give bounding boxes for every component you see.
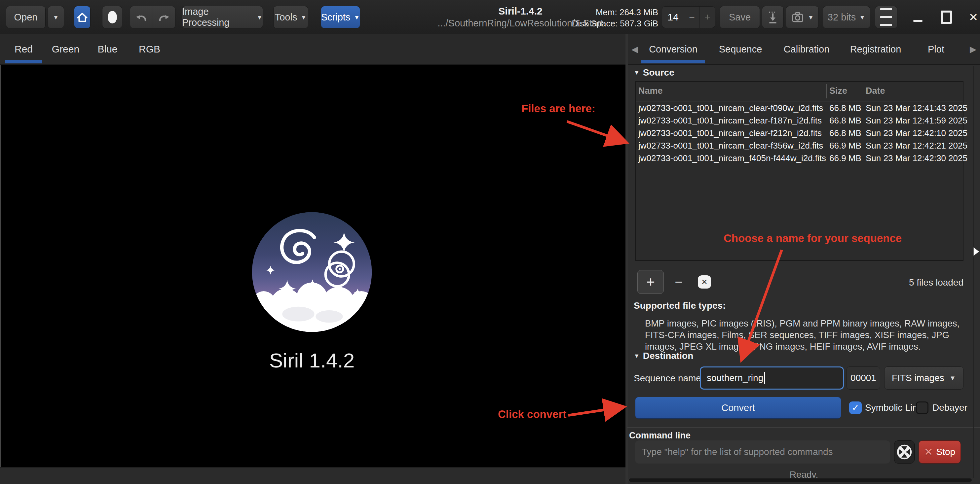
minus-icon: − — [675, 275, 682, 290]
redo-button[interactable] — [153, 6, 175, 28]
canvas-scrollbar[interactable] — [0, 65, 1, 467]
home-button[interactable] — [74, 6, 91, 29]
paned-resize-handle[interactable] — [625, 34, 628, 484]
plus-icon: + — [646, 274, 655, 290]
stop-button[interactable]: ✕ Stop — [918, 440, 961, 463]
column-header-size[interactable]: Size — [829, 82, 862, 100]
right-arrow-icon: ▶ — [970, 44, 976, 54]
close-button[interactable]: ✕ — [964, 6, 980, 29]
file-row[interactable]: jw02733-o001_t001_nircam_clear-f356w_i2d… — [636, 139, 963, 152]
destination-section-header[interactable]: ▼ Destination — [634, 351, 693, 361]
tab-conversion[interactable]: Conversion — [641, 34, 705, 64]
command-input[interactable] — [635, 440, 904, 463]
hamburger-menu-button[interactable] — [875, 6, 897, 29]
zoom-spinner: 14 − + — [662, 6, 715, 28]
remove-files-button[interactable]: − — [670, 270, 687, 294]
zoom-increase-button[interactable]: + — [700, 6, 715, 28]
undo-icon — [134, 10, 148, 24]
chevron-down-icon: ▼ — [859, 14, 865, 21]
horizontal-scrollbar[interactable] — [628, 478, 972, 482]
command-helper-button[interactable] — [894, 440, 915, 463]
file-row[interactable]: jw02733-o001_t001_nircam_clear-f212n_i2d… — [636, 127, 963, 139]
clear-list-button[interactable]: ✕ — [698, 275, 711, 289]
file-list-header: Name Size Date — [636, 82, 963, 102]
resources-readout: Mem: 264.3 MiB Disk Space: 587.3 GiB — [545, 6, 658, 29]
tab-calibration[interactable]: Calibration — [778, 34, 835, 64]
chevron-down-icon: ▼ — [300, 14, 307, 21]
files-loaded-status: 5 files loaded — [846, 277, 964, 288]
debayer-checkbox[interactable] — [916, 401, 929, 414]
sequence-name-input[interactable]: southern_ring — [700, 367, 844, 390]
text-caret — [764, 372, 765, 384]
tabs-scroll-right-button[interactable]: ▶ — [967, 34, 979, 64]
convert-button[interactable]: Convert — [635, 397, 841, 419]
tools-menu[interactable]: Tools ▼ — [273, 6, 308, 29]
minimize-button[interactable] — [908, 6, 927, 29]
collapse-icon: ▼ — [634, 352, 640, 360]
output-format-value: FITS images — [892, 373, 944, 383]
tab-blue[interactable]: Blue — [87, 34, 129, 64]
image-processing-menu[interactable]: Image Processing ▼ — [182, 6, 263, 29]
channel-tab-strip: Red Green Blue RGB — [0, 34, 625, 65]
sequence-name-value: southern_ring — [707, 373, 763, 383]
supported-types-title: Supported file types: — [634, 300, 725, 311]
maximize-button[interactable] — [937, 6, 956, 29]
vertical-scrollbar[interactable] — [973, 66, 974, 478]
siril-logo — [250, 210, 374, 334]
snapshot-button[interactable]: ▼ — [786, 6, 819, 29]
file-row[interactable]: jw02733-o001_t001_nircam_f405n-f444w_i2d… — [636, 152, 963, 164]
undo-button[interactable] — [130, 6, 153, 28]
image-processing-label: Image Processing — [182, 6, 253, 28]
home-icon — [76, 11, 89, 24]
annotation-choose-name: Choose a name for your sequence — [724, 232, 902, 244]
clear-icon: ✕ — [701, 278, 707, 287]
stop-x-icon: ✕ — [924, 446, 933, 458]
tabs-scroll-left-button[interactable]: ◀ — [629, 34, 640, 64]
tab-registration[interactable]: Registration — [846, 34, 905, 64]
open-button[interactable]: Open — [6, 6, 46, 29]
zoom-decrease-button[interactable]: − — [684, 6, 700, 28]
memory-usage: Mem: 264.3 MiB — [545, 6, 658, 18]
add-files-button[interactable]: + — [637, 270, 664, 294]
scripts-label: Scripts — [321, 12, 350, 23]
canvas-status-strip — [0, 467, 625, 484]
command-line-title: Command line — [629, 430, 690, 441]
source-section-header[interactable]: ▼ Source — [634, 67, 675, 78]
mouse-cursor — [973, 246, 980, 261]
camera-icon — [791, 10, 805, 24]
open-dropdown-button[interactable]: ▼ — [48, 6, 64, 29]
start-index-input[interactable]: 00001 — [846, 367, 880, 390]
collapse-icon: ▼ — [634, 69, 640, 76]
open-button-label: Open — [14, 12, 38, 23]
zoom-value: 14 — [662, 6, 684, 28]
save-as-button[interactable] — [762, 6, 784, 29]
column-header-name[interactable]: Name — [638, 82, 823, 100]
save-as-icon — [765, 9, 780, 25]
left-arrow-icon: ◀ — [632, 44, 638, 54]
save-button[interactable]: Save — [720, 6, 760, 29]
record-button[interactable] — [102, 6, 122, 29]
symbolic-link-checkbox[interactable]: ✓ — [849, 401, 862, 414]
tab-sequence[interactable]: Sequence — [714, 34, 767, 64]
scripts-menu[interactable]: Scripts ▼ — [321, 6, 360, 29]
sequence-name-label: Sequence name: — [634, 367, 704, 390]
undo-redo-group — [130, 6, 175, 29]
tab-rgb[interactable]: RGB — [129, 34, 170, 64]
file-row[interactable]: jw02733-o001_t001_nircam_clear-f090w_i2d… — [636, 102, 963, 114]
redo-icon — [157, 10, 171, 24]
maximize-icon — [941, 11, 952, 24]
output-format-dropdown[interactable]: FITS images ▼ — [884, 367, 964, 390]
command-input-wrap — [635, 440, 890, 463]
chevron-down-icon: ▼ — [53, 14, 59, 21]
command-section-divider — [627, 427, 980, 428]
bit-depth-value: 32 bits — [828, 12, 856, 23]
chevron-down-icon: ▼ — [808, 14, 814, 21]
chevron-down-icon: ▼ — [949, 375, 956, 382]
save-label: Save — [729, 12, 751, 23]
bit-depth-dropdown[interactable]: 32 bits ▼ — [823, 6, 870, 29]
tab-green[interactable]: Green — [45, 34, 87, 64]
column-header-date[interactable]: Date — [865, 82, 961, 100]
tab-plot[interactable]: Plot — [922, 34, 950, 64]
tab-red[interactable]: Red — [3, 34, 45, 64]
file-row[interactable]: jw02733-o001_t001_nircam_clear-f187n_i2d… — [636, 114, 963, 127]
